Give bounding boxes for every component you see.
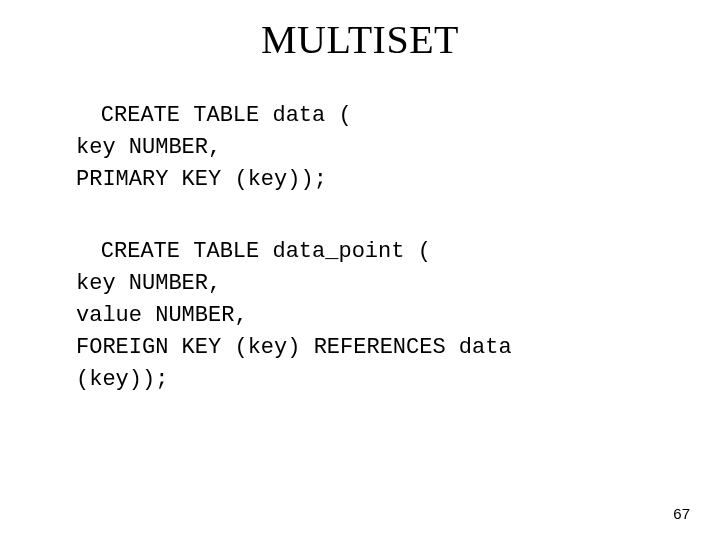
code-line: (key)); xyxy=(48,364,512,396)
code-line: key NUMBER, xyxy=(48,132,352,164)
page-number: 67 xyxy=(673,505,690,522)
code-line: CREATE TABLE data_point ( xyxy=(101,239,431,264)
slide: MULTISET CREATE TABLE data ( key NUMBER,… xyxy=(0,0,720,540)
code-block-2: CREATE TABLE data_point ( key NUMBER,val… xyxy=(48,204,512,396)
slide-title: MULTISET xyxy=(0,16,720,63)
code-block-1: CREATE TABLE data ( key NUMBER,PRIMARY K… xyxy=(48,68,352,196)
code-line: CREATE TABLE data ( xyxy=(101,103,352,128)
code-line: FOREIGN KEY (key) REFERENCES data xyxy=(48,332,512,364)
code-line: value NUMBER, xyxy=(48,300,512,332)
code-line: PRIMARY KEY (key)); xyxy=(48,164,352,196)
code-line: key NUMBER, xyxy=(48,268,512,300)
